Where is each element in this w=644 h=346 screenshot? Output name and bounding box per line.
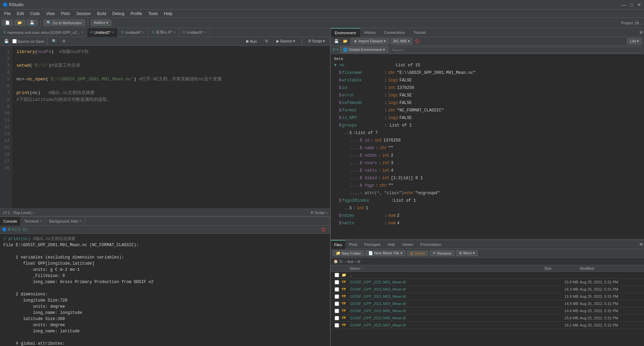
tab-close-3[interactable]: × xyxy=(143,30,145,34)
source-on-save-checkbox[interactable] xyxy=(12,39,17,43)
editor-tab-3[interactable]: R Untitled4* × xyxy=(118,28,149,37)
file-checkbox-1[interactable] xyxy=(333,287,340,292)
connections-tab[interactable]: Connections xyxy=(380,28,409,37)
file-row[interactable]: 🗺 GOSIF_GPP_2021.M02_Mean.tif 16.3 MB Au… xyxy=(331,286,644,293)
bgjobs-close[interactable]: × xyxy=(80,219,82,223)
source-button[interactable]: ▶ Source ▾ xyxy=(273,38,298,45)
tab-close-2[interactable]: × xyxy=(112,30,114,34)
file-checkbox-0[interactable] xyxy=(333,280,340,284)
help-tab[interactable]: Help xyxy=(384,240,399,249)
source-on-save-label[interactable]: Source on Save xyxy=(12,39,44,43)
env-nc-row[interactable]: ▼ nc List of 15 xyxy=(331,62,644,69)
menu-debug[interactable]: Debug xyxy=(110,11,127,17)
more-button[interactable]: ⚙ More ▾ xyxy=(456,250,478,256)
expand-icon[interactable]: ▼ xyxy=(334,62,338,69)
memory-badge[interactable]: 361 MiB ▾ xyxy=(390,38,412,44)
modified-header[interactable]: Modified xyxy=(580,266,641,270)
new-blank-file-button[interactable]: 📄 New Blank File ▾ xyxy=(365,250,405,256)
find-button[interactable]: 🔍 xyxy=(50,38,59,44)
plots-tab[interactable]: Plots xyxy=(345,240,360,249)
script-type-button[interactable]: R Script ▾ xyxy=(305,38,328,45)
file-name-2[interactable]: GOSIF_GPP_2021.M03_Mean.tif xyxy=(350,294,543,298)
breadcrumb-d[interactable]: D: xyxy=(340,260,343,264)
save-env-button[interactable]: 💾 xyxy=(333,38,340,44)
menu-profile[interactable]: Profile xyxy=(128,11,145,17)
size-header[interactable]: Size xyxy=(544,266,578,270)
menu-code[interactable]: Code xyxy=(27,11,43,17)
file-name-6[interactable]: GOSIF_GPP_2021.M07_Mean.tif xyxy=(350,323,543,327)
file-checkbox-2[interactable] xyxy=(333,294,340,299)
go-to-file-input[interactable]: 🔍 Go to file/function xyxy=(43,19,85,26)
clear-env-button[interactable]: 🚫 xyxy=(414,38,421,44)
tab-close-4[interactable]: × xyxy=(174,30,176,34)
file-checkbox-6[interactable] xyxy=(333,323,340,328)
file-name-1[interactable]: GOSIF_GPP_2021.M02_Mean.tif xyxy=(350,287,543,291)
file-row[interactable]: 🗺 GOSIF_GPP_2021.M03_Mean.tif 15.9 MB Au… xyxy=(331,293,644,300)
file-name-5[interactable]: GOSIF_GPP_2021.M06_Mean.tif xyxy=(350,316,543,320)
file-name-3[interactable]: GOSIF_GPP_2021.M04_Mean.tif xyxy=(350,302,543,306)
terminal-close[interactable]: × xyxy=(40,219,42,223)
file-checkbox-3[interactable] xyxy=(333,302,340,306)
env-search-input[interactable] xyxy=(389,47,642,53)
file-row[interactable]: 🗺 GOSIF_GPP_2021.M05_Mean.tif 14.8 MB Au… xyxy=(331,307,644,315)
tab-close-5[interactable]: × xyxy=(204,30,206,34)
menu-help[interactable]: Help xyxy=(161,11,175,17)
file-row[interactable]: 🗺 GOSIF_GPP_2021.M07_Mean.tif 16.1 MB Au… xyxy=(331,322,644,329)
new-file-button[interactable]: 📄 xyxy=(2,19,13,26)
clear-console-button[interactable]: 🚫 xyxy=(319,227,328,232)
tab-close-1[interactable]: × xyxy=(81,30,83,34)
editor-tab-4[interactable]: R 采用nc.R* × xyxy=(148,28,179,37)
global-env-button[interactable]: 🌐 Global Environment ▾ xyxy=(340,46,388,53)
project-label[interactable]: Project: (N... xyxy=(621,21,642,25)
environment-tab[interactable]: Environment xyxy=(331,28,360,37)
right-bottom-options-button[interactable]: ⊞ xyxy=(638,241,644,247)
minimize-button[interactable]: — xyxy=(621,2,626,8)
file-row[interactable]: 🗺 GOSIF_GPP_2021.M04_Mean.tif 14.8 MB Au… xyxy=(331,300,644,307)
file-checkbox-4[interactable] xyxy=(333,309,340,313)
menu-edit[interactable]: Edit xyxy=(14,11,27,17)
addins-button[interactable]: Addins ▾ xyxy=(91,19,112,26)
close-button[interactable]: ✕ xyxy=(637,2,641,8)
parent-checkbox[interactable] xyxy=(333,273,340,277)
console-content[interactable]: > print(nc) #输出.nc文档信息摘要 File E:\GOSIF_G… xyxy=(0,234,330,346)
terminal-tab[interactable]: Terminal × xyxy=(21,217,45,226)
code-content[interactable]: library(ncdf4) #加载ncdf4包 setwd('E:\\')#设… xyxy=(12,46,330,209)
maximize-button[interactable]: □ xyxy=(630,2,633,8)
presentation-tab[interactable]: Presentation xyxy=(417,240,445,249)
editor-tab-2[interactable]: R Untitled2* × xyxy=(87,28,118,37)
file-row[interactable]: 🗺 GOSIF_GPP_2021.M01_Mean.tif 15.8 MB Au… xyxy=(331,279,644,286)
console-tab[interactable]: Console xyxy=(0,217,21,226)
file-checkbox-5[interactable] xyxy=(333,316,340,320)
menu-build[interactable]: Build xyxy=(94,11,109,17)
name-header[interactable]: Name ↑ xyxy=(350,266,543,270)
panel-options-button[interactable]: ⊞ xyxy=(638,29,644,35)
menu-view[interactable]: View xyxy=(43,11,58,17)
editor-tab-1[interactable]: R reprocess.nc4.conc.simu.GOSIF-GPP_v2..… xyxy=(0,28,87,37)
re-run-button[interactable]: ↻ xyxy=(262,38,271,45)
history-tab[interactable]: History xyxy=(360,28,380,37)
menu-file[interactable]: File xyxy=(1,11,13,17)
packages-tab[interactable]: Packages xyxy=(361,240,384,249)
save-file-button[interactable]: 💾 xyxy=(2,38,11,44)
delete-button[interactable]: 🗑 Delete xyxy=(407,251,429,256)
menu-session[interactable]: Session xyxy=(73,11,94,17)
rename-button[interactable]: ✏ Rename xyxy=(430,250,454,256)
file-name-4[interactable]: GOSIF_GPP_2021.M05_Mean.tif xyxy=(350,309,543,313)
editor-tab-5[interactable]: R Untitled3* × xyxy=(179,28,210,37)
file-name-0[interactable]: GOSIF_GPP_2021.M01_Mean.tif xyxy=(350,280,543,284)
script-type-label[interactable]: R Script ÷ xyxy=(311,211,327,215)
menu-plots[interactable]: Plots xyxy=(58,11,73,17)
list-view-button[interactable]: List ▾ xyxy=(627,38,642,44)
parent-name[interactable]: .. xyxy=(350,273,543,277)
background-jobs-tab[interactable]: Background Jobs × xyxy=(46,217,85,226)
breadcrumb-test[interactable]: test xyxy=(347,260,354,264)
load-env-button[interactable]: 📂 xyxy=(342,38,349,44)
menu-tools[interactable]: Tools xyxy=(146,11,161,17)
run-button[interactable]: ▶ Run xyxy=(243,38,260,45)
code-editor[interactable]: 12345 678910 1112131415 161718 library(n… xyxy=(0,46,330,209)
import-dataset-button[interactable]: ▼ Import Dataset ▾ xyxy=(351,38,389,44)
viewer-tab[interactable]: Viewer xyxy=(399,240,417,249)
breadcrumb-tif[interactable]: tif xyxy=(357,260,360,264)
new-folder-button[interactable]: 📁 New Folder xyxy=(333,250,364,256)
file-row[interactable]: 🗺 GOSIF_GPP_2021.M06_Mean.tif 15.6 MB Au… xyxy=(331,315,644,322)
